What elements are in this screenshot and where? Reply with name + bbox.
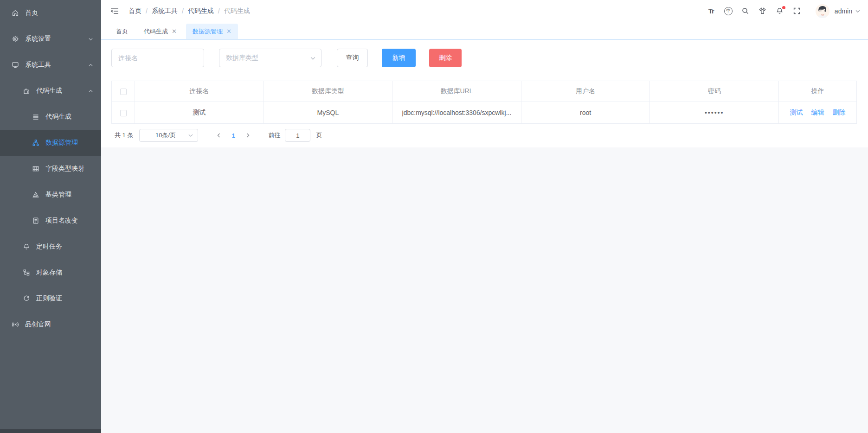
table-row: 测试 MySQL jdbc:mysql://localhost:3306/sxp… — [112, 102, 857, 124]
sidebar-item-label: 数据源管理 — [45, 139, 78, 147]
next-page-icon[interactable] — [241, 129, 254, 142]
select-all-checkbox[interactable] — [120, 89, 127, 95]
document-icon — [32, 217, 39, 225]
chevron-down-icon — [188, 133, 193, 138]
test-link[interactable]: 测试 — [790, 108, 803, 116]
username: admin — [835, 7, 852, 15]
breadcrumb-item[interactable]: 代码生成 — [188, 7, 214, 15]
select-placeholder: 数据库类型 — [226, 54, 258, 62]
sidebar-item-code-generation[interactable]: 代码生成 — [0, 78, 101, 104]
breadcrumb-item[interactable]: 首页 — [129, 7, 141, 15]
breadcrumb-item-current: 代码生成 — [224, 7, 250, 15]
fullscreen-icon[interactable] — [793, 7, 801, 15]
table-header-row: 连接名 数据库类型 数据库URL 用户名 密码 操作 — [112, 81, 857, 102]
theme-icon[interactable] — [759, 7, 767, 15]
breadcrumb-separator: / — [218, 7, 220, 15]
chevron-up-icon — [88, 63, 93, 68]
sidebar-item-label: 字段类型映射 — [45, 165, 84, 173]
sidebar-item-home[interactable]: 首页 — [0, 0, 101, 26]
search-icon[interactable] — [741, 7, 750, 15]
monitor-icon — [11, 61, 19, 69]
close-icon[interactable]: ✕ — [172, 28, 177, 34]
sidebar-item-label: 系统工具 — [25, 61, 51, 69]
sidebar-item-label: 系统设置 — [25, 35, 51, 43]
close-icon[interactable]: ✕ — [226, 28, 231, 34]
page-number-1[interactable]: 1 — [225, 132, 241, 139]
sidebar-item-label: 基类管理 — [45, 191, 71, 199]
column-header: 连接名 — [135, 81, 264, 102]
datasource-table: 连接名 数据库类型 数据库URL 用户名 密码 操作 测试 MySQL jdbc… — [111, 81, 857, 124]
goto-page-input[interactable] — [285, 129, 310, 142]
user-menu[interactable]: admin — [835, 7, 861, 15]
connection-name-input[interactable] — [111, 49, 204, 67]
topbar: 首页 / 系统工具 / 代码生成 / 代码生成 Tr 中 — [101, 0, 868, 22]
cell-username: root — [521, 102, 650, 124]
sidebar-item-label: 代码生成 — [36, 87, 62, 95]
breadcrumb-separator: / — [146, 7, 148, 15]
language-glyph: 中 — [724, 7, 733, 15]
sidebar-item-project-rename[interactable]: 项目名改变 — [0, 208, 101, 234]
page-size-select[interactable]: 10条/页 — [139, 129, 198, 142]
search-button[interactable]: 查询 — [337, 49, 368, 67]
cell-database-type: MySQL — [264, 102, 392, 124]
home-icon — [11, 9, 19, 17]
tab-datasource-management[interactable]: 数据源管理 ✕ — [186, 24, 238, 39]
page-size-value: 10条/页 — [155, 131, 176, 140]
sidebar-scroll-track — [0, 429, 101, 433]
notifications-icon[interactable] — [776, 7, 784, 15]
sidebar-item-label: 代码生成 — [45, 113, 71, 121]
sidebar-item-label: 首页 — [25, 9, 38, 17]
content-panel: 数据库类型 查询 新增 删除 连接名 数据库类型 — [101, 40, 868, 147]
sidebar-item-regex-validation[interactable]: 正则验证 — [0, 286, 101, 312]
database-type-select[interactable]: 数据库类型 — [219, 49, 321, 67]
breadcrumb-item[interactable]: 系统工具 — [152, 7, 178, 15]
sidebar-item-label: 对象存储 — [36, 268, 62, 277]
edit-link[interactable]: 编辑 — [811, 108, 824, 116]
chevron-down-icon — [855, 8, 861, 14]
sidebar-item-code-gen-list[interactable]: 代码生成 — [0, 104, 101, 130]
sidebar-item-label: 项目名改变 — [45, 216, 78, 225]
gear-icon — [11, 35, 19, 43]
avatar[interactable] — [816, 4, 829, 18]
column-header: 数据库URL — [392, 81, 521, 102]
page-unit-label: 页 — [316, 131, 322, 140]
delete-button[interactable]: 删除 — [429, 49, 462, 67]
goto-label: 前往 — [268, 131, 280, 140]
notification-badge — [782, 6, 785, 9]
sidebar-item-scheduled-tasks[interactable]: 定时任务 — [0, 234, 101, 260]
filter-row: 数据库类型 查询 新增 删除 — [111, 49, 857, 67]
refresh-icon — [22, 295, 30, 303]
lines-icon — [32, 113, 39, 121]
column-header: 操作 — [779, 81, 857, 102]
sidebar: 首页 系统设置 系统工具 代码生成 — [0, 0, 101, 433]
prev-page-icon[interactable] — [212, 129, 225, 142]
sidebar-item-field-type-mapping[interactable]: 字段类型映射 — [0, 156, 101, 182]
page-background — [101, 147, 868, 433]
sidebar-item-label: 正则验证 — [36, 294, 62, 303]
sidebar-item-label: 定时任务 — [36, 242, 62, 251]
sidebar-item-object-storage[interactable]: 对象存储 — [0, 260, 101, 286]
font-size-icon[interactable]: Tr — [707, 7, 715, 15]
row-checkbox[interactable] — [120, 110, 127, 116]
sidebar-item-base-class-management[interactable]: 基类管理 — [0, 182, 101, 208]
sidebar-item-system-settings[interactable]: 系统设置 — [0, 26, 101, 52]
chevron-up-icon — [88, 89, 93, 94]
sidebar-fold-icon[interactable] — [110, 7, 119, 15]
sidebar-item-system-tools[interactable]: 系统工具 — [0, 52, 101, 78]
add-button[interactable]: 新增 — [382, 49, 416, 67]
tab-code-generation[interactable]: 代码生成 ✕ — [137, 24, 183, 39]
breadcrumb-separator: / — [182, 7, 184, 15]
sidebar-item-official-site[interactable]: 品创官网 — [0, 312, 101, 337]
sidebar-item-label: 品创官网 — [25, 320, 51, 329]
breadcrumb: 首页 / 系统工具 / 代码生成 / 代码生成 — [129, 7, 250, 15]
delete-link[interactable]: 删除 — [832, 108, 845, 116]
sidebar-item-datasource-management[interactable]: 数据源管理 — [0, 130, 101, 156]
column-header: 用户名 — [521, 81, 650, 102]
chevron-down-icon — [88, 37, 93, 42]
language-icon[interactable]: 中 — [724, 7, 733, 15]
tab-home[interactable]: 首页 — [109, 24, 135, 39]
column-header: 密码 — [650, 81, 779, 102]
tree-icon — [22, 269, 30, 277]
chevron-down-icon — [310, 55, 316, 61]
main-area: 首页 / 系统工具 / 代码生成 / 代码生成 Tr 中 — [101, 0, 868, 433]
